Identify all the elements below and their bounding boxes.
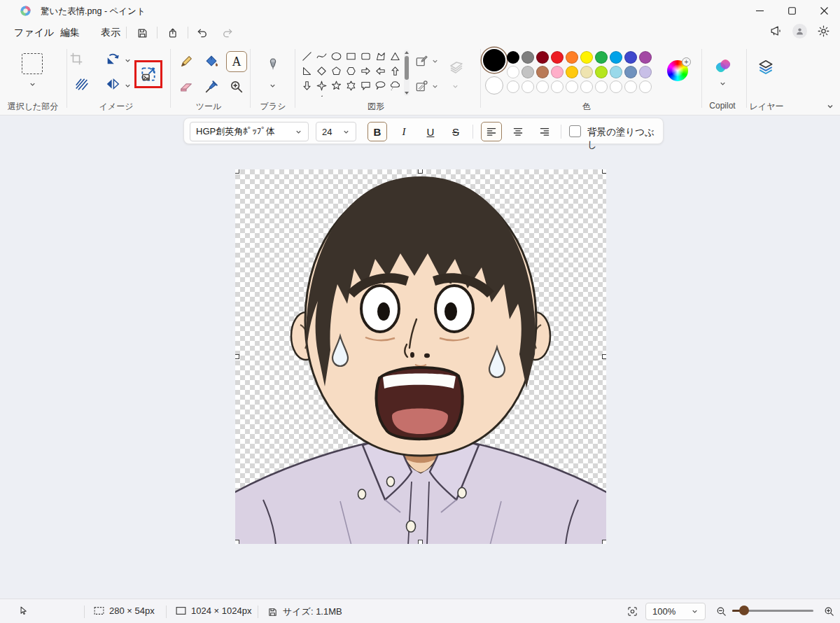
eraser-tool[interactable] — [177, 78, 195, 96]
color-swatch-a349a4[interactable] — [639, 51, 652, 64]
shape-pentagon[interactable] — [329, 64, 344, 78]
color-swatch-c3c3c3[interactable] — [522, 66, 534, 78]
color-swatch-empty[interactable] — [566, 80, 578, 93]
color-swatch-7092be[interactable] — [624, 66, 637, 78]
color-swatch-ffc90e[interactable] — [566, 66, 578, 78]
color-swatch-fff200[interactable] — [580, 51, 593, 64]
color-swatch-3f48cc[interactable] — [624, 51, 637, 64]
shape-polygon[interactable] — [373, 49, 388, 64]
shape-lightning[interactable] — [314, 93, 329, 97]
selection-handle-bottom-left[interactable] — [235, 540, 239, 544]
color-swatch-b97a57[interactable] — [536, 66, 549, 78]
crop-button[interactable] — [69, 51, 84, 66]
ribbon-collapse-chevron[interactable] — [826, 102, 834, 111]
zoom-slider-thumb[interactable] — [739, 606, 749, 615]
color-swatch-22b14c[interactable] — [595, 51, 608, 64]
scrollbar-down-arrow[interactable] — [405, 92, 409, 94]
canvas[interactable] — [235, 169, 606, 544]
rotate-button[interactable] — [105, 51, 120, 66]
outline-dropdown-chevron[interactable] — [431, 57, 439, 65]
selection-handle-middle-left[interactable] — [235, 354, 239, 359]
color-swatch-empty[interactable] — [536, 80, 549, 93]
color-swatch-empty[interactable] — [522, 80, 534, 93]
save-button[interactable] — [133, 24, 151, 42]
color-swatch-7f7f7f[interactable] — [522, 51, 534, 64]
flip-button[interactable] — [105, 76, 120, 92]
menu-item-2[interactable]: 表示 — [97, 25, 125, 41]
zoom-out-button[interactable] — [715, 606, 727, 617]
background-color-swatch[interactable] — [485, 76, 503, 94]
shape-triangle[interactable] — [388, 49, 402, 64]
shape-right-triangle[interactable] — [300, 64, 314, 78]
brush-dropdown-chevron[interactable] — [269, 82, 276, 90]
shape-arrow-up[interactable] — [388, 64, 402, 78]
shape-star-5[interactable] — [329, 78, 344, 93]
settings-gear-icon[interactable] — [817, 24, 830, 38]
minimize-button[interactable] — [743, 0, 776, 21]
scrollbar-up-arrow[interactable] — [405, 51, 409, 54]
color-picker-tool[interactable] — [202, 78, 220, 96]
color-swatch-empty[interactable] — [610, 80, 622, 93]
shape-ellipse[interactable] — [329, 49, 344, 64]
selection-handle-bottom-right[interactable] — [602, 540, 606, 544]
color-swatch-ffaec9[interactable] — [551, 66, 564, 78]
shape-arrow-left[interactable] — [373, 64, 388, 78]
shape-callout-cloud[interactable] — [388, 78, 402, 93]
color-swatch-880015[interactable] — [536, 51, 549, 64]
selection-handle-top-left[interactable] — [235, 169, 239, 174]
share-icon[interactable] — [164, 24, 182, 42]
shape-rectangle[interactable] — [344, 49, 358, 64]
color-swatch-ed1c24[interactable] — [551, 51, 564, 64]
align-right-button[interactable] — [534, 122, 555, 141]
flip-dropdown-chevron[interactable] — [124, 82, 132, 90]
zoom-level-select[interactable]: 100% — [645, 603, 706, 620]
color-swatch-c8bfe7[interactable] — [639, 66, 652, 78]
color-swatch-empty[interactable] — [507, 80, 519, 93]
color-swatch-efe4b0[interactable] — [580, 66, 593, 78]
color-swatch-empty[interactable] — [595, 80, 608, 93]
background-fill-checkbox[interactable] — [569, 125, 581, 137]
text-tool[interactable]: A — [226, 51, 247, 72]
stack-button[interactable] — [446, 59, 465, 78]
redo-button[interactable] — [218, 24, 237, 42]
zoom-in-button[interactable] — [823, 606, 835, 617]
selection-dropdown-chevron[interactable] — [29, 80, 36, 88]
maximize-button[interactable] — [776, 0, 808, 21]
color-swatch-ff7f27[interactable] — [566, 51, 578, 64]
layers-button[interactable] — [756, 57, 776, 77]
copilot-dropdown-chevron[interactable] — [719, 80, 727, 88]
color-swatch-empty[interactable] — [624, 80, 637, 93]
align-center-button[interactable] — [507, 122, 528, 141]
color-swatch-ffffff[interactable] — [507, 66, 519, 78]
foreground-color-swatch[interactable] — [483, 49, 505, 71]
selection-handle-bottom-center[interactable] — [418, 540, 423, 544]
shape-arrow-right[interactable] — [358, 64, 373, 78]
undo-button[interactable] — [193, 24, 211, 42]
brush-tool[interactable] — [264, 55, 282, 74]
align-left-button[interactable] — [481, 122, 502, 141]
resize-button[interactable] — [139, 65, 158, 83]
fill-tool[interactable] — [202, 52, 220, 71]
shape-star-6[interactable] — [344, 78, 358, 93]
fit-to-screen-button[interactable] — [626, 606, 638, 617]
menu-item-0[interactable]: ファイル — [10, 25, 58, 41]
selection-handle-middle-right[interactable] — [602, 354, 606, 359]
color-swatch-empty[interactable] — [639, 80, 652, 93]
font-size-select[interactable]: 24 — [316, 122, 356, 141]
color-swatch-00a2e8[interactable] — [610, 51, 622, 64]
scrollbar-thumb[interactable] — [405, 56, 409, 80]
fill-dropdown-chevron[interactable] — [431, 83, 439, 90]
account-avatar[interactable] — [792, 24, 807, 38]
shape-callout-oval[interactable] — [373, 78, 388, 93]
pencil-tool[interactable] — [177, 52, 195, 71]
font-family-select[interactable]: HGP創英角ﾎﾟｯﾌﾟ体 — [190, 122, 309, 141]
color-swatch-000000[interactable] — [507, 51, 519, 64]
shape-star-4[interactable] — [314, 78, 329, 93]
shape-heart[interactable] — [300, 93, 314, 97]
shape-rounded-rectangle[interactable] — [358, 49, 373, 64]
menu-item-1[interactable]: 編集 — [56, 25, 84, 41]
shape-outline-button[interactable] — [413, 52, 430, 69]
strikethrough-button[interactable]: S — [446, 122, 465, 141]
color-swatch-b5e61d[interactable] — [595, 66, 608, 78]
underline-button[interactable]: U — [421, 122, 440, 141]
